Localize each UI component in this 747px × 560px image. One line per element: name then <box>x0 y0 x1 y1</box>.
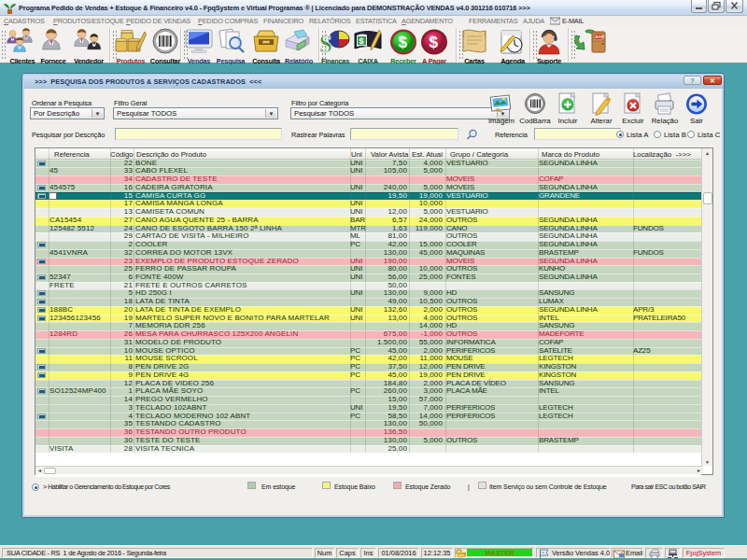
svg-text:EXIT: EXIT <box>596 35 605 39</box>
svg-text:$: $ <box>430 34 439 51</box>
svg-text:$: $ <box>359 36 364 46</box>
svg-text:$: $ <box>399 34 408 51</box>
